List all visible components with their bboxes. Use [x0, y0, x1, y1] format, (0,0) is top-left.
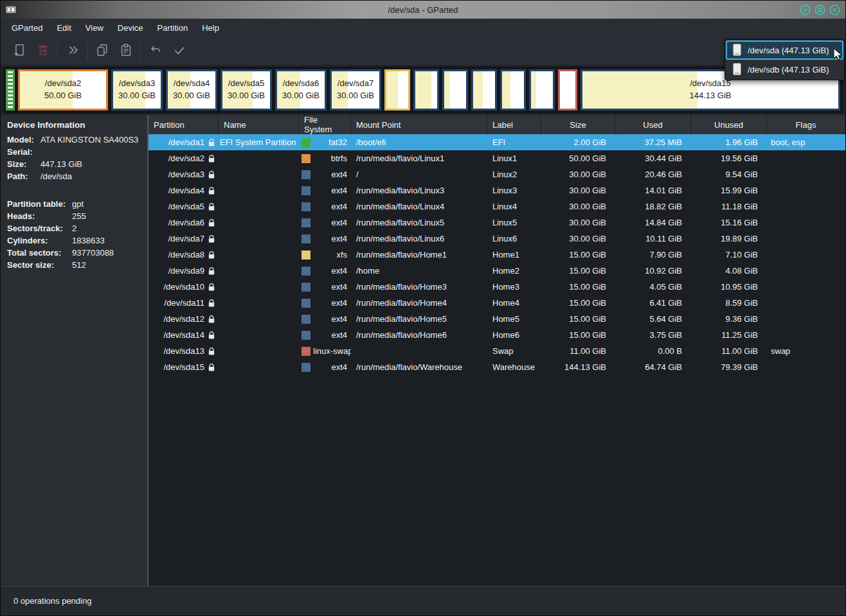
used-cell: 4.05 GiB: [615, 279, 691, 295]
partition-segment-sda14[interactable]: [529, 69, 555, 110]
column-header-used[interactable]: Used: [615, 115, 691, 134]
partition-row-sda3[interactable]: /dev/sda3ext4/Linux230.00 GiB20.46 GiB9.…: [148, 166, 845, 182]
device-info-value: gpt: [72, 198, 141, 210]
mount-point-cell: /run/media/flavio/Linux4: [351, 198, 487, 215]
menu-item-view[interactable]: View: [78, 19, 111, 37]
device-option-sda[interactable]: /dev/sda (447.13 GiB): [726, 40, 843, 60]
label-cell: EFI: [487, 134, 541, 150]
partition-segment-sda11[interactable]: [471, 69, 497, 110]
new-partition-button[interactable]: [7, 39, 31, 62]
menu-item-device[interactable]: Device: [111, 19, 150, 37]
column-header-partition[interactable]: Partition: [148, 115, 219, 134]
partition-device-text: /dev/sda13: [163, 346, 204, 356]
size-cell: 15.00 GiB: [541, 247, 615, 263]
device-option-sdb[interactable]: /dev/sdb (447.13 GiB): [726, 60, 843, 79]
column-header-unused[interactable]: Unused: [691, 115, 767, 134]
partition-segment-sda8[interactable]: [384, 69, 410, 110]
partition-row-sda1[interactable]: /dev/sda1EFI System Partitionfat32/boot/…: [148, 134, 845, 150]
partition-cell: /dev/sda9: [148, 263, 219, 279]
unused-cell: 9.54 GiB: [691, 166, 767, 182]
copy-icon: [95, 43, 109, 59]
partition-row-sda6[interactable]: /dev/sda6ext4/run/media/flavio/Linux5Lin…: [148, 215, 845, 231]
partition-segment-sda3[interactable]: /dev/sda330.00 GiB: [111, 69, 163, 110]
flags-cell: [767, 215, 845, 231]
menu-item-help[interactable]: Help: [195, 19, 226, 37]
segment-device-label: /dev/sda6: [283, 78, 319, 90]
column-header-label[interactable]: Label: [487, 115, 541, 134]
used-cell: 18.82 GiB: [615, 198, 691, 215]
undo-button[interactable]: [143, 39, 167, 62]
name-cell: [219, 166, 299, 182]
filesystem-cell: ext4: [299, 263, 351, 279]
name-cell: [219, 311, 299, 327]
mount-point-cell: /run/media/flavio/Linux3: [351, 182, 487, 198]
partition-row-sda14[interactable]: /dev/sda14ext4/run/media/flavio/Home6Hom…: [148, 327, 845, 343]
label-cell: Home6: [487, 327, 541, 343]
partition-segment-sda7[interactable]: /dev/sda730.00 GiB: [330, 69, 381, 110]
partition-row-sda2[interactable]: /dev/sda2btrfs/run/media/flavio/Linux1Li…: [148, 150, 845, 166]
column-header-flags[interactable]: Flags: [767, 115, 845, 134]
size-cell: 15.00 GiB: [541, 295, 615, 311]
menu-item-partition[interactable]: Partition: [150, 19, 195, 37]
filesystem-color-swatch: [302, 138, 310, 147]
partition-segment-sda6[interactable]: /dev/sda630.00 GiB: [275, 69, 327, 110]
device-info-label: Sectors/track:: [7, 222, 66, 234]
size-cell: 50.00 GiB: [541, 150, 615, 166]
partition-row-sda5[interactable]: /dev/sda5ext4/run/media/flavio/Linux4Lin…: [148, 198, 845, 215]
flags-cell: [767, 182, 845, 198]
mount-point-cell: [351, 343, 487, 359]
menu-item-edit[interactable]: Edit: [50, 19, 78, 37]
partition-row-sda9[interactable]: /dev/sda9ext4/homeHome215.00 GiB10.92 Gi…: [148, 263, 845, 279]
apply-button[interactable]: [167, 39, 191, 62]
column-header-file-system[interactable]: File System: [299, 115, 351, 134]
partition-segment-sda2[interactable]: /dev/sda250.00 GiB: [18, 69, 108, 110]
minimize-button[interactable]: [800, 4, 811, 15]
copy-button[interactable]: [90, 39, 114, 62]
partition-segment-sda5[interactable]: /dev/sda530.00 GiB: [221, 69, 272, 110]
delete-partition-button[interactable]: [31, 39, 55, 62]
filesystem-color-swatch: [302, 154, 310, 163]
partition-segment-sda4[interactable]: /dev/sda430.00 GiB: [166, 69, 217, 110]
partition-row-sda12[interactable]: /dev/sda12ext4/run/media/flavio/Home5Hom…: [148, 311, 845, 327]
partition-row-sda4[interactable]: /dev/sda4ext4/run/media/flavio/Linux3Lin…: [148, 182, 845, 198]
partition-row-sda8[interactable]: /dev/sda8xfs/run/media/flavio/Home1Home1…: [148, 247, 845, 263]
partition-cell: /dev/sda14: [148, 327, 219, 343]
partition-segment-sda12[interactable]: [500, 69, 526, 110]
device-info-label: Size:: [7, 158, 34, 170]
filesystem-text: ext4: [331, 298, 347, 308]
size-cell: 15.00 GiB: [541, 327, 615, 343]
partition-row-sda15[interactable]: /dev/sda15ext4/run/media/flavio/Warehous…: [148, 359, 845, 375]
name-cell: [219, 343, 299, 359]
toolbar-separator: [140, 42, 141, 60]
partition-segment-sda1[interactable]: [6, 69, 15, 110]
label-cell: Home4: [487, 295, 541, 311]
resize-move-button[interactable]: [60, 39, 84, 62]
filesystem-color-swatch: [302, 331, 310, 340]
partition-cell: /dev/sda6: [148, 215, 219, 231]
partition-row-sda10[interactable]: /dev/sda10ext4/run/media/flavio/Home3Hom…: [148, 279, 845, 295]
partition-segment-sda13[interactable]: [558, 69, 577, 110]
filesystem-cell: xfs: [299, 247, 351, 263]
column-header-name[interactable]: Name: [219, 115, 299, 134]
paste-button[interactable]: [114, 39, 138, 62]
filesystem-cell: linux-swap: [299, 343, 351, 359]
partition-row-sda13[interactable]: /dev/sda13linux-swapSwap11.00 GiB0.00 B1…: [148, 343, 845, 359]
name-cell: EFI System Partition: [219, 134, 299, 150]
partition-segment-sda9[interactable]: [413, 69, 439, 110]
partition-segment-sda10[interactable]: [442, 69, 468, 110]
column-header-size[interactable]: Size: [541, 115, 615, 134]
menu-item-gparted[interactable]: GParted: [4, 19, 50, 37]
partition-row-sda7[interactable]: /dev/sda7ext4/run/media/flavio/Linux6Lin…: [148, 231, 845, 247]
label-cell: Home5: [487, 311, 541, 327]
segment-device-label: /dev/sda5: [228, 78, 264, 90]
used-cell: 3.75 GiB: [615, 327, 691, 343]
filesystem-color-swatch: [302, 186, 310, 195]
column-header-mount-point[interactable]: Mount Point: [351, 115, 487, 134]
close-button[interactable]: [829, 4, 840, 15]
maximize-button[interactable]: [815, 4, 825, 15]
partition-cell: /dev/sda2: [148, 150, 219, 166]
lock-icon: [208, 331, 215, 340]
filesystem-color-swatch: [302, 283, 310, 292]
partition-row-sda11[interactable]: /dev/sda11ext4/run/media/flavio/Home4Hom…: [148, 295, 845, 311]
size-cell: 144.13 GiB: [541, 359, 615, 375]
